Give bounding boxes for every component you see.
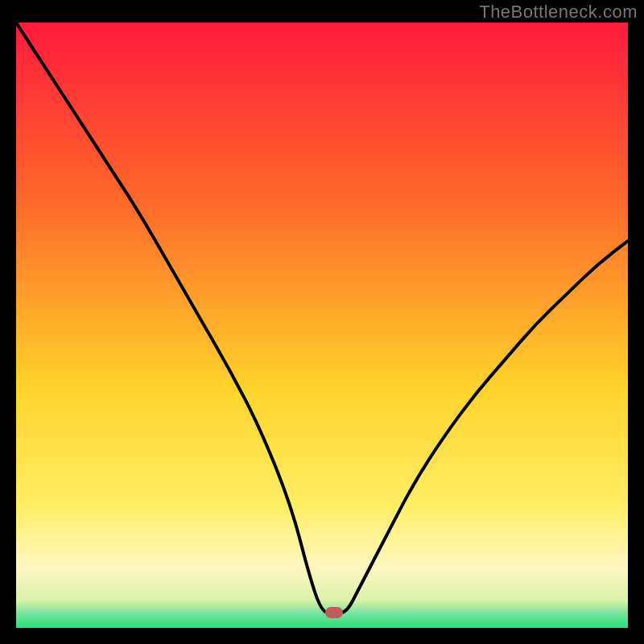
- minimum-marker: [325, 607, 343, 618]
- chart-stage: TheBottleneck.com: [0, 0, 644, 644]
- chart-frame: [16, 23, 628, 628]
- watermark-text: TheBottleneck.com: [479, 2, 638, 23]
- bottleneck-plot: [16, 23, 628, 628]
